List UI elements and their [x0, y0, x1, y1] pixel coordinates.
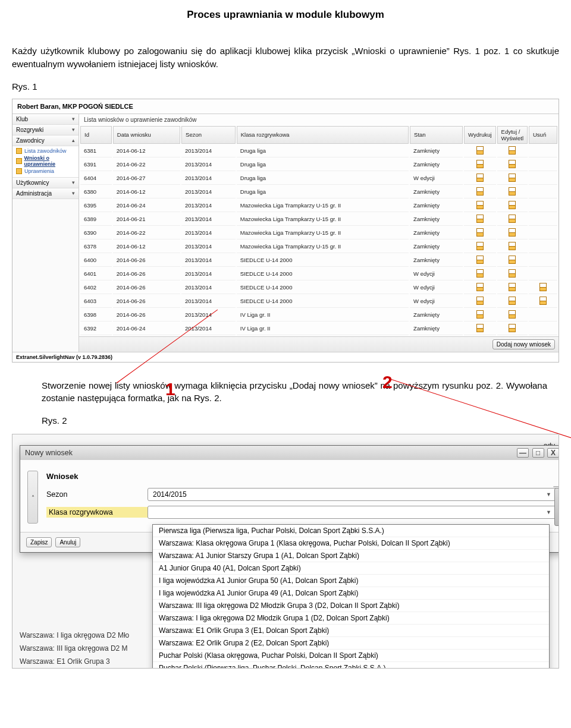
table-row[interactable]: 63782014-06-122013/2014Mazowiecka Liga T…	[80, 241, 557, 253]
dropdown-option[interactable]: Puchar Polski (Pierwsza liga, Puchar Pol…	[153, 662, 549, 669]
table-cell: 2013/2014	[181, 295, 236, 308]
delete-icon[interactable]	[539, 297, 547, 305]
print-icon[interactable]	[476, 297, 484, 305]
minimize-icon[interactable]: —	[517, 448, 529, 458]
scroll-thumb[interactable]	[554, 488, 559, 526]
sidebar-item-uzytkownicy[interactable]: Użytkownicy ▾	[12, 178, 79, 188]
sidebar-sub-label: Wnioski o uprawnienie	[24, 155, 79, 167]
table-row[interactable]: 63922014-06-242013/2014IV Liga gr. IIZam…	[80, 323, 557, 335]
dropdown-option[interactable]: Pierwsza liga (Pierwsza liga, Puchar Pol…	[153, 525, 549, 537]
print-icon[interactable]	[476, 146, 484, 155]
column-header[interactable]: Wydrukuj	[464, 126, 496, 144]
sidebar-sub-lista-zawodnikow[interactable]: Lista zawodników	[16, 147, 79, 155]
table-cell: 6404	[80, 172, 112, 185]
print-icon[interactable]	[476, 160, 484, 168]
select-klasa[interactable]: ▼	[148, 506, 557, 519]
edit-icon[interactable]	[509, 297, 516, 305]
table-cell: 2014-06-21	[113, 213, 180, 226]
table-cell: 6392	[80, 323, 112, 335]
print-icon[interactable]	[476, 174, 484, 182]
sidebar-item-rozgrywki[interactable]: Rozgrywki ▾	[12, 125, 79, 135]
table-row[interactable]: 63892014-06-212013/2014Mazowiecka Liga T…	[80, 213, 557, 226]
print-icon[interactable]	[476, 324, 484, 332]
edit-icon[interactable]	[509, 256, 516, 264]
print-icon[interactable]	[476, 310, 484, 319]
table-cell: SIEDLCE U-14 2000	[237, 254, 409, 267]
table-cell: 2013/2014	[181, 282, 236, 294]
table-row[interactable]: 63902014-06-222013/2014Mazowiecka Liga T…	[80, 227, 557, 239]
table-row[interactable]: 63982014-06-262013/2014IV Liga gr. IIZam…	[80, 309, 557, 322]
dropdown-option[interactable]: A1 Junior Grupa 40 (A1, Dolcan Sport Ząb…	[153, 562, 549, 575]
dropdown-option[interactable]: Warszawa: E2 Orlik Grupa 2 (E2, Dolcan S…	[153, 637, 549, 650]
table-cell: Zamknięty	[410, 145, 463, 157]
print-icon[interactable]	[476, 269, 484, 278]
column-header[interactable]: Id	[80, 126, 112, 144]
edit-icon[interactable]	[509, 242, 516, 250]
accordion-collapse-handle[interactable]: ˄	[27, 471, 38, 524]
edit-icon[interactable]	[509, 174, 516, 182]
dropdown-option[interactable]: Warszawa: A1 Junior Starszy Grupa 1 (A1,…	[153, 550, 549, 562]
table-row[interactable]: 63952014-06-242013/2014Mazowiecka Liga T…	[80, 200, 557, 212]
edit-icon[interactable]	[509, 215, 516, 223]
list-icon	[16, 148, 22, 154]
dropdown-option[interactable]: Warszawa: I liga okręgowa D2 Młodzik Gru…	[153, 612, 549, 625]
column-header[interactable]: Data wniosku	[113, 126, 180, 144]
sidebar-sub-uprawnienia[interactable]: Uprawnienia	[16, 168, 79, 175]
edit-icon[interactable]	[509, 228, 516, 237]
column-header[interactable]: Sezon	[181, 126, 236, 144]
klasa-dropdown[interactable]: Pierwsza liga (Pierwsza liga, Puchar Pol…	[152, 524, 550, 669]
edit-icon[interactable]	[509, 269, 516, 278]
column-header[interactable]: Edytuj / Wyświetl	[497, 126, 528, 144]
dropdown-option[interactable]: I liga wojewódzka A1 Junior Grupa 50 (A1…	[153, 575, 549, 587]
sidebar-item-zawodnicy[interactable]: Zawodnicy ▴	[12, 135, 79, 146]
table-row[interactable]: 63812014-06-122013/2014Druga ligaZamknię…	[80, 145, 557, 157]
print-icon[interactable]	[476, 228, 484, 237]
table-row[interactable]: 64012014-06-262013/2014SIEDLCE U-14 2000…	[80, 268, 557, 281]
print-icon[interactable]	[476, 201, 484, 209]
table-row[interactable]: 64042014-06-272013/2014Druga ligaW edycj…	[80, 172, 557, 185]
select-sezon[interactable]: 2014/2015 ▼	[148, 488, 557, 501]
dropdown-option[interactable]: I liga wojewódzka A1 Junior Grupa 49 (A1…	[153, 587, 549, 600]
print-icon[interactable]	[476, 187, 484, 196]
chevron-down-icon: ▼	[546, 509, 551, 515]
table-row[interactable]: 64032014-06-262013/2014SIEDLCE U-14 2000…	[80, 295, 557, 308]
sidebar-item-klub[interactable]: Klub ▾	[12, 114, 79, 125]
column-header[interactable]: Klasa rozgrywkowa	[237, 126, 409, 144]
table-cell: Mazowiecka Liga Trampkarzy U-15 gr. II	[237, 227, 409, 239]
close-icon[interactable]: X	[547, 448, 559, 458]
table-cell: Zamknięty	[410, 200, 463, 212]
edit-icon[interactable]	[509, 310, 516, 319]
print-icon[interactable]	[476, 242, 484, 250]
edit-icon[interactable]	[509, 201, 516, 209]
add-request-button[interactable]: Dodaj nowy wniosek	[492, 339, 555, 349]
column-header[interactable]: Usuń	[529, 126, 557, 144]
edit-icon[interactable]	[509, 146, 516, 155]
table-cell: 2014-06-26	[113, 254, 180, 267]
edit-icon[interactable]	[509, 160, 516, 168]
save-button[interactable]: Zapisz	[26, 537, 52, 547]
edit-icon[interactable]	[509, 283, 516, 291]
dropdown-option[interactable]: Warszawa: E1 Orlik Grupa 3 (E1, Dolcan S…	[153, 625, 549, 637]
table-row[interactable]: 63912014-06-222013/2014Druga ligaZamknię…	[80, 159, 557, 171]
dropdown-option[interactable]: Warszawa: III liga okręgowa D2 Młodzik G…	[153, 600, 549, 612]
edit-icon[interactable]	[509, 324, 516, 332]
cancel-button[interactable]: Anuluj	[55, 537, 80, 547]
column-header[interactable]: Stan	[410, 126, 463, 144]
edit-icon[interactable]	[509, 187, 516, 196]
sidebar-item-administracja[interactable]: Administracja ▾	[12, 188, 79, 199]
chevron-down-icon: ▾	[72, 179, 75, 185]
print-icon[interactable]	[476, 256, 484, 264]
sidebar-sub-wnioski[interactable]: Wnioski o uprawnienie	[16, 155, 79, 168]
print-icon[interactable]	[476, 215, 484, 223]
print-icon[interactable]	[476, 283, 484, 291]
table-row[interactable]: 64002014-06-262013/2014SIEDLCE U-14 2000…	[80, 254, 557, 267]
table-cell: 6401	[80, 268, 112, 281]
table-row[interactable]: 64022014-06-262013/2014SIEDLCE U-14 2000…	[80, 282, 557, 294]
table-cell: Zamknięty	[410, 323, 463, 335]
dropdown-option[interactable]: Warszawa: Klasa okręgowa Grupa 1 (Klasa …	[153, 537, 549, 550]
maximize-icon[interactable]: □	[532, 448, 544, 458]
dropdown-option[interactable]: Puchar Polski (Klasa okręgowa, Puchar Po…	[153, 650, 549, 662]
delete-icon[interactable]	[539, 283, 547, 291]
table-row[interactable]: 63802014-06-122013/2014Druga ligaZamknię…	[80, 186, 557, 198]
scrollbar[interactable]	[553, 486, 559, 487]
